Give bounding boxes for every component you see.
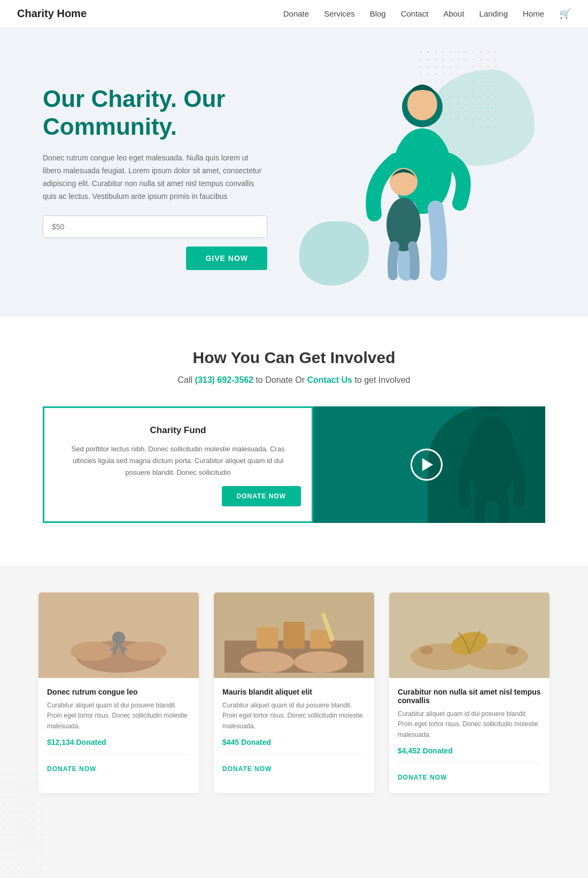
cause-card-1-donate-button[interactable]: DONATE NOW [47, 761, 96, 777]
causes-cards-row: Donec rutrum congue leo Curabitur alique… [27, 592, 561, 793]
cause-card-1: Donec rutrum congue leo Curabitur alique… [38, 592, 199, 793]
fund-card-title: Charity Fund [59, 425, 297, 436]
fund-donate-now-button[interactable]: DONATE NOW [222, 486, 301, 506]
cause-card-1-divider [47, 754, 190, 754]
give-now-button[interactable]: GIVE NOW [186, 247, 267, 270]
causes-section: Donec rutrum congue leo Curabitur alique… [0, 566, 588, 825]
svg-point-10 [124, 642, 167, 661]
brand-logo[interactable]: Charity Home [17, 7, 87, 20]
contact-us-link[interactable]: Contact Us [307, 375, 352, 384]
cause-card-2-amount: $445 Donated [222, 738, 366, 746]
involvement-text-end: to get Involved [354, 375, 410, 384]
cause-card-2: Mauris blandit aliquet elit Curabitur al… [214, 592, 374, 793]
cause-image-1 [38, 592, 199, 678]
nav-blog[interactable]: Blog [370, 9, 386, 18]
cause-card-3-body: Curabitur non nulla sit amet nisl tempus… [389, 678, 550, 793]
involvement-text-before: Call [178, 375, 195, 384]
svg-rect-18 [257, 627, 278, 649]
svg-point-5 [475, 406, 509, 412]
involvement-text-middle: to Donate Or [256, 375, 307, 384]
svg-point-29 [420, 646, 433, 654]
hero-section: Our Charity. Our Community. Donec rutrum… [0, 28, 588, 317]
nav-links: Donate Services Blog Contact About Landi… [283, 8, 571, 20]
cart-icon[interactable]: 🛒 [559, 9, 571, 19]
svg-point-30 [506, 646, 519, 654]
nav-home[interactable]: Home [523, 9, 544, 18]
cause-card-3-title: Curabitur non nulla sit amet nisl tempus… [398, 688, 541, 705]
cause-card-3: Curabitur non nulla sit amet nisl tempus… [389, 592, 550, 793]
svg-point-24 [294, 651, 347, 673]
nav-contact[interactable]: Contact [401, 9, 429, 18]
hero-description: Donec rutrum congue leo eget malesuada. … [43, 152, 267, 203]
video-card[interactable] [308, 406, 545, 523]
cause-card-2-divider [222, 754, 366, 754]
cause-card-3-donate-button[interactable]: DONATE NOW [398, 769, 447, 785]
involvement-section: How You Can Get Involved Call (313) 692-… [0, 317, 588, 566]
hero-illustration-area [267, 64, 545, 291]
hero-svg-illustration [321, 64, 492, 291]
cause-card-3-divider [398, 763, 541, 763]
cause-card-1-desc: Curabitur aliquet quam id dui posuere bl… [47, 700, 190, 731]
cause-image-2 [214, 592, 374, 678]
involvement-title: How You Can Get Involved [21, 349, 567, 367]
cause-card-2-desc: Curabitur aliquet quam id dui posuere bl… [222, 700, 366, 731]
svg-point-23 [241, 651, 294, 673]
cause-card-2-donate-button[interactable]: DONATE NOW [222, 761, 272, 777]
cause-card-1-title: Donec rutrum congue leo [47, 688, 190, 696]
nav-donate[interactable]: Donate [283, 9, 309, 18]
cause-card-1-body: Donec rutrum congue leo Curabitur alique… [38, 678, 199, 784]
hero-content: Our Charity. Our Community. Donec rutrum… [43, 85, 267, 271]
fund-card-description: Sed porttitor lectus nibh. Donec sollici… [59, 443, 297, 479]
svg-point-2 [407, 88, 437, 120]
cause-card-3-desc: Curabitur aliquet quam id dui posuere bl… [398, 709, 541, 740]
cause-card-3-amount: $4,452 Donated [398, 746, 541, 755]
cause-card-2-body: Mauris blandit aliquet elit Curabitur al… [214, 678, 374, 784]
nav-about[interactable]: About [443, 9, 464, 18]
charity-fund-card: Charity Fund Sed porttitor lectus nibh. … [43, 406, 313, 523]
play-triangle-icon [422, 458, 433, 471]
navbar: Charity Home Donate Services Blog Contac… [0, 0, 588, 28]
hero-title: Our Charity. Our Community. [43, 85, 267, 142]
svg-point-11 [112, 631, 125, 644]
involvement-subtitle: Call (313) 692-3562 to Donate Or Contact… [21, 375, 567, 385]
cause-card-1-amount: $12,134 Donated [47, 738, 190, 746]
fund-video-row: Charity Fund Sed porttitor lectus nibh. … [21, 406, 567, 544]
svg-point-9 [71, 642, 113, 661]
nav-services[interactable]: Services [324, 9, 355, 18]
cause-card-2-title: Mauris blandit aliquet elit [222, 688, 366, 696]
donation-amount-input[interactable] [43, 215, 267, 238]
phone-number[interactable]: (313) 692-3562 [195, 375, 253, 384]
cause-image-3 [389, 592, 550, 678]
svg-rect-19 [283, 622, 305, 649]
nav-landing[interactable]: Landing [479, 9, 508, 18]
video-play-button[interactable] [411, 449, 443, 481]
